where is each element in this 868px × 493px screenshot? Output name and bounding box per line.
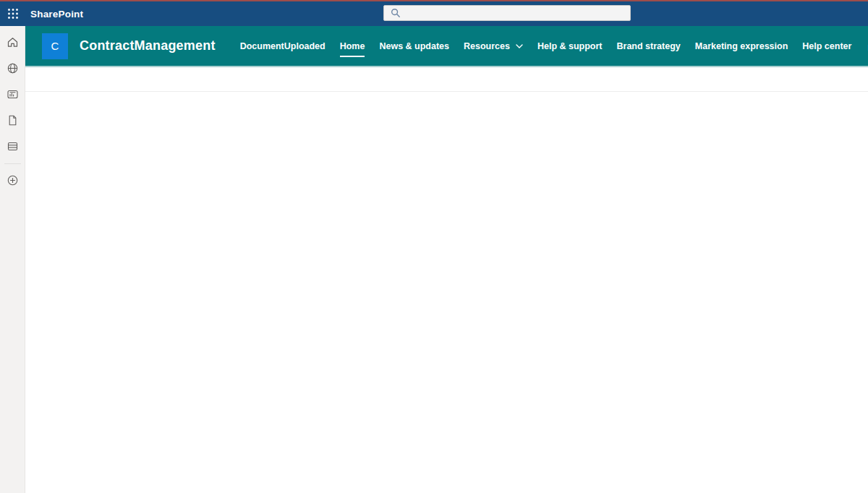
nav-item-home[interactable]: Home (333, 41, 373, 51)
lists-icon (7, 140, 19, 153)
nav-item-news-updates[interactable]: News & updates (372, 41, 456, 51)
site-logo[interactable]: C (42, 33, 68, 59)
site-navigation: DocumentUploaded Home News & updates Res… (233, 41, 859, 51)
nav-item-documentuploaded[interactable]: DocumentUploaded (233, 41, 333, 51)
search-icon (391, 8, 401, 18)
suite-top-bar: SharePoint (0, 1, 868, 26)
nav-item-marketing-expression[interactable]: Marketing expression (688, 41, 796, 51)
nav-item-help-center[interactable]: Help center (795, 41, 859, 51)
sidebar-item-lists[interactable] (2, 136, 22, 156)
left-app-bar (0, 26, 25, 493)
nav-item-brand-strategy[interactable]: Brand strategy (610, 41, 688, 51)
sidebar-item-home[interactable] (2, 32, 22, 52)
app-name[interactable]: SharePoint (30, 9, 83, 20)
sidebar-item-my-sites[interactable] (2, 58, 22, 78)
nav-item-help-support[interactable]: Help & support (530, 41, 610, 51)
app-launcher-button[interactable] (3, 4, 23, 24)
sidebar-item-documents[interactable] (2, 110, 22, 130)
home-icon (7, 36, 19, 48)
sidebar-separator (4, 163, 21, 164)
search-box[interactable] (383, 5, 631, 21)
search-input[interactable] (401, 6, 630, 20)
site-title[interactable]: ContractManagement (80, 38, 216, 53)
sidebar-item-news[interactable] (2, 84, 22, 104)
news-icon (7, 88, 19, 100)
document-icon (7, 114, 19, 127)
nav-item-resources[interactable]: Resources (456, 41, 530, 51)
add-icon (7, 174, 19, 187)
globe-icon (7, 62, 19, 74)
sidebar-item-create[interactable] (2, 170, 22, 190)
site-header: C ContractManagement DocumentUploaded Ho… (25, 26, 868, 67)
chevron-down-icon (516, 44, 523, 48)
waffle-icon (7, 8, 19, 20)
content-divider (25, 91, 868, 92)
page-content (25, 67, 868, 493)
